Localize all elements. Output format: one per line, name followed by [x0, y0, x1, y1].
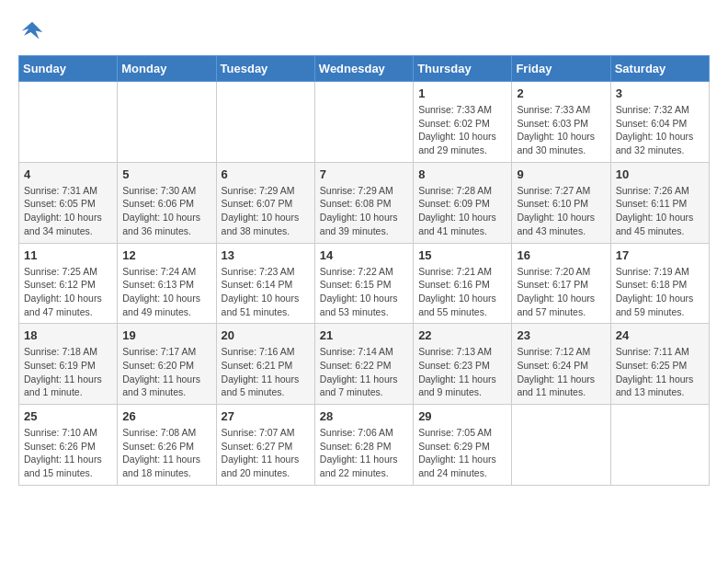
calendar-body: 1Sunrise: 7:33 AM Sunset: 6:02 PM Daylig…: [19, 82, 710, 486]
day-info: Sunrise: 7:14 AM Sunset: 6:22 PM Dayligh…: [320, 345, 408, 399]
calendar-cell: 8Sunrise: 7:28 AM Sunset: 6:09 PM Daylig…: [414, 162, 512, 243]
calendar-cell: [216, 82, 314, 163]
calendar-cell: 10Sunrise: 7:26 AM Sunset: 6:11 PM Dayli…: [610, 162, 709, 243]
day-header-tuesday: Tuesday: [216, 56, 314, 82]
calendar-cell: [512, 405, 610, 486]
day-number: 7: [320, 167, 408, 181]
calendar-week-2: 4Sunrise: 7:31 AM Sunset: 6:05 PM Daylig…: [19, 162, 710, 243]
day-number: 6: [222, 167, 310, 181]
day-number: 15: [418, 248, 506, 262]
day-info: Sunrise: 7:06 AM Sunset: 6:28 PM Dayligh…: [320, 426, 408, 480]
day-info: Sunrise: 7:18 AM Sunset: 6:19 PM Dayligh…: [24, 345, 112, 399]
calendar-cell: 16Sunrise: 7:20 AM Sunset: 6:17 PM Dayli…: [512, 243, 610, 324]
day-info: Sunrise: 7:25 AM Sunset: 6:12 PM Dayligh…: [24, 265, 112, 319]
calendar-week-1: 1Sunrise: 7:33 AM Sunset: 6:02 PM Daylig…: [19, 82, 710, 163]
day-number: 12: [122, 248, 210, 262]
calendar-cell: 14Sunrise: 7:22 AM Sunset: 6:15 PM Dayli…: [314, 243, 413, 324]
day-header-thursday: Thursday: [414, 56, 512, 82]
calendar-cell: 7Sunrise: 7:29 AM Sunset: 6:08 PM Daylig…: [314, 162, 413, 243]
day-info: Sunrise: 7:13 AM Sunset: 6:23 PM Dayligh…: [418, 345, 506, 399]
calendar-cell: 1Sunrise: 7:33 AM Sunset: 6:02 PM Daylig…: [414, 82, 512, 163]
day-info: Sunrise: 7:11 AM Sunset: 6:25 PM Dayligh…: [616, 345, 704, 399]
day-number: 17: [616, 248, 704, 262]
day-info: Sunrise: 7:17 AM Sunset: 6:20 PM Dayligh…: [122, 345, 210, 399]
day-info: Sunrise: 7:24 AM Sunset: 6:13 PM Dayligh…: [122, 265, 210, 319]
calendar-cell: 24Sunrise: 7:11 AM Sunset: 6:25 PM Dayli…: [610, 324, 709, 405]
calendar-cell: 23Sunrise: 7:12 AM Sunset: 6:24 PM Dayli…: [512, 324, 610, 405]
day-info: Sunrise: 7:33 AM Sunset: 6:03 PM Dayligh…: [517, 103, 605, 157]
day-number: 1: [418, 86, 506, 100]
day-info: Sunrise: 7:30 AM Sunset: 6:06 PM Dayligh…: [122, 184, 210, 238]
day-info: Sunrise: 7:27 AM Sunset: 6:10 PM Dayligh…: [517, 184, 605, 238]
day-info: Sunrise: 7:08 AM Sunset: 6:26 PM Dayligh…: [122, 426, 210, 480]
day-number: 19: [122, 328, 210, 342]
days-of-week-row: SundayMondayTuesdayWednesdayThursdayFrid…: [19, 56, 710, 82]
calendar-cell: 18Sunrise: 7:18 AM Sunset: 6:19 PM Dayli…: [19, 324, 118, 405]
day-info: Sunrise: 7:29 AM Sunset: 6:08 PM Dayligh…: [320, 184, 408, 238]
day-number: 22: [418, 328, 506, 342]
day-header-friday: Friday: [512, 56, 610, 82]
day-info: Sunrise: 7:28 AM Sunset: 6:09 PM Dayligh…: [418, 184, 506, 238]
day-info: Sunrise: 7:05 AM Sunset: 6:29 PM Dayligh…: [418, 426, 506, 480]
calendar-cell: 29Sunrise: 7:05 AM Sunset: 6:29 PM Dayli…: [414, 405, 512, 486]
day-number: 28: [320, 409, 408, 423]
calendar-week-4: 18Sunrise: 7:18 AM Sunset: 6:19 PM Dayli…: [19, 324, 710, 405]
calendar-cell: [610, 405, 709, 486]
calendar-cell: [118, 82, 216, 163]
day-number: 14: [320, 248, 408, 262]
calendar-week-3: 11Sunrise: 7:25 AM Sunset: 6:12 PM Dayli…: [19, 243, 710, 324]
day-number: 25: [24, 409, 112, 423]
day-number: 26: [122, 409, 210, 423]
day-number: 10: [616, 167, 704, 181]
day-info: Sunrise: 7:19 AM Sunset: 6:18 PM Dayligh…: [616, 265, 704, 319]
day-number: 5: [122, 167, 210, 181]
calendar-cell: 2Sunrise: 7:33 AM Sunset: 6:03 PM Daylig…: [512, 82, 610, 163]
day-info: Sunrise: 7:23 AM Sunset: 6:14 PM Dayligh…: [222, 265, 310, 319]
day-number: 27: [222, 409, 310, 423]
day-info: Sunrise: 7:21 AM Sunset: 6:16 PM Dayligh…: [418, 265, 506, 319]
day-header-wednesday: Wednesday: [314, 56, 413, 82]
day-info: Sunrise: 7:32 AM Sunset: 6:04 PM Dayligh…: [616, 103, 704, 157]
logo: [18, 18, 50, 46]
day-number: 2: [517, 86, 605, 100]
calendar-cell: 20Sunrise: 7:16 AM Sunset: 6:21 PM Dayli…: [216, 324, 314, 405]
day-info: Sunrise: 7:29 AM Sunset: 6:07 PM Dayligh…: [222, 184, 310, 238]
calendar-cell: 3Sunrise: 7:32 AM Sunset: 6:04 PM Daylig…: [610, 82, 709, 163]
day-info: Sunrise: 7:16 AM Sunset: 6:21 PM Dayligh…: [222, 345, 310, 399]
page-header: [18, 18, 710, 46]
calendar-cell: 26Sunrise: 7:08 AM Sunset: 6:26 PM Dayli…: [118, 405, 216, 486]
calendar-cell: [19, 82, 118, 163]
day-info: Sunrise: 7:12 AM Sunset: 6:24 PM Dayligh…: [517, 345, 605, 399]
calendar-cell: 5Sunrise: 7:30 AM Sunset: 6:06 PM Daylig…: [118, 162, 216, 243]
calendar-week-5: 25Sunrise: 7:10 AM Sunset: 6:26 PM Dayli…: [19, 405, 710, 486]
calendar-cell: 4Sunrise: 7:31 AM Sunset: 6:05 PM Daylig…: [19, 162, 118, 243]
day-header-saturday: Saturday: [610, 56, 709, 82]
day-number: 20: [222, 328, 310, 342]
day-number: 11: [24, 248, 112, 262]
day-info: Sunrise: 7:26 AM Sunset: 6:11 PM Dayligh…: [616, 184, 704, 238]
day-number: 24: [616, 328, 704, 342]
calendar-cell: 13Sunrise: 7:23 AM Sunset: 6:14 PM Dayli…: [216, 243, 314, 324]
svg-marker-0: [22, 22, 43, 40]
day-number: 21: [320, 328, 408, 342]
calendar-cell: 6Sunrise: 7:29 AM Sunset: 6:07 PM Daylig…: [216, 162, 314, 243]
day-info: Sunrise: 7:20 AM Sunset: 6:17 PM Dayligh…: [517, 265, 605, 319]
day-number: 18: [24, 328, 112, 342]
calendar-cell: [314, 82, 413, 163]
calendar-cell: 11Sunrise: 7:25 AM Sunset: 6:12 PM Dayli…: [19, 243, 118, 324]
calendar-cell: 12Sunrise: 7:24 AM Sunset: 6:13 PM Dayli…: [118, 243, 216, 324]
day-header-sunday: Sunday: [19, 56, 118, 82]
day-info: Sunrise: 7:22 AM Sunset: 6:15 PM Dayligh…: [320, 265, 408, 319]
day-number: 16: [517, 248, 605, 262]
day-info: Sunrise: 7:10 AM Sunset: 6:26 PM Dayligh…: [24, 426, 112, 480]
calendar-cell: 19Sunrise: 7:17 AM Sunset: 6:20 PM Dayli…: [118, 324, 216, 405]
calendar-cell: 22Sunrise: 7:13 AM Sunset: 6:23 PM Dayli…: [414, 324, 512, 405]
day-number: 9: [517, 167, 605, 181]
calendar-cell: 28Sunrise: 7:06 AM Sunset: 6:28 PM Dayli…: [314, 405, 413, 486]
day-number: 8: [418, 167, 506, 181]
calendar-cell: 17Sunrise: 7:19 AM Sunset: 6:18 PM Dayli…: [610, 243, 709, 324]
calendar-cell: 15Sunrise: 7:21 AM Sunset: 6:16 PM Dayli…: [414, 243, 512, 324]
day-number: 4: [24, 167, 112, 181]
logo-bird-icon: [18, 18, 46, 46]
day-number: 3: [616, 86, 704, 100]
